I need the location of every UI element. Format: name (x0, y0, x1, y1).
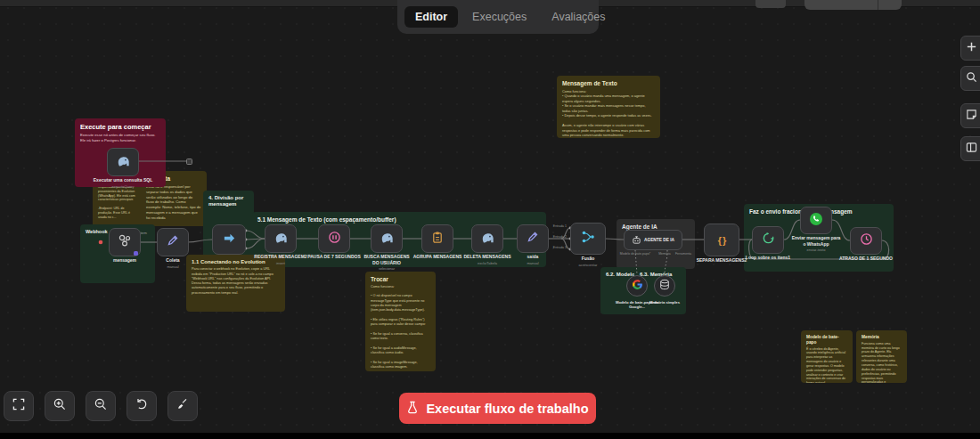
zoom-in-icon (53, 397, 67, 415)
agent-port-memory-label: Memória (655, 252, 674, 256)
pencil-icon (167, 234, 179, 250)
node-agrupa-mensagens[interactable]: AGRUPA MENSAGENS (421, 224, 453, 253)
sticky-memoria-info[interactable]: Memória Funciona como uma memória de cur… (856, 330, 907, 383)
node-pausa-7-segundos[interactable]: PAUSA DE 7 SEGUNDOS (318, 224, 350, 253)
node-saida[interactable]: saídamanual (517, 224, 549, 253)
node-switch[interactable] (212, 224, 246, 255)
bottom-strip (0, 433, 980, 439)
sticky-note-icon (966, 108, 977, 124)
switch-arrow-icon (223, 232, 236, 248)
zoom-out-icon (94, 397, 108, 415)
connection-endpoint[interactable] (186, 159, 192, 165)
panel-columns-icon (966, 141, 977, 157)
search-button[interactable] (960, 66, 980, 91)
tab-executions[interactable]: Execuções (461, 6, 537, 28)
node-atraso-1-segundo[interactable]: ATRASO DE 1 SEGUNDO (850, 227, 882, 255)
merge-icon (581, 230, 595, 248)
execute-workflow-label: Executar fluxo de trabalho (426, 402, 588, 416)
node-whatsapp-send[interactable]: Enviar mensagem para o WhatsAppenviar-te… (800, 207, 832, 234)
database-icon (659, 278, 670, 294)
sticky-modelo-info[interactable]: Modelo de bate-papo É o cérebro do Agent… (801, 330, 853, 383)
node-registra-mensagem[interactable]: REGISTRA MENSAGEM2insert (265, 224, 297, 253)
node-coleta[interactable]: Coletamanual (157, 228, 189, 256)
top-partial-button[interactable] (755, 0, 786, 8)
agent-port-model-label: Modelo de bate-papo* (616, 252, 655, 256)
sticky-mensagem-de-texto[interactable]: Mensagem de Texto Como funciona: • Quand… (557, 76, 660, 138)
agent-label: AGENTE DE IA (644, 238, 674, 242)
google-g-icon (632, 278, 643, 294)
tidy-up-button[interactable] (167, 391, 198, 421)
add-sticky-button[interactable] (960, 103, 980, 128)
loop-icon (762, 232, 775, 248)
postgres-icon (274, 231, 288, 248)
node-busca-mensagens[interactable]: BUSCA MENSAGENS DO USUÁRIOselecionar (371, 224, 403, 253)
search-icon (966, 70, 977, 86)
robot-icon (632, 235, 641, 246)
workflow-canvas[interactable]: Editor Execuções Avaliações Executar flu… (0, 0, 980, 439)
fit-view-icon (12, 397, 26, 415)
webhook-badge (134, 251, 138, 256)
plus-icon (966, 40, 977, 56)
node-loop[interactable]: Loop sobre os itens1 (752, 226, 784, 254)
top-save-split-button[interactable] (804, 0, 902, 10)
clock-icon (860, 232, 873, 249)
node-agente-de-ia[interactable]: AGENTE DE IA (624, 230, 682, 250)
tidy-up-icon (176, 397, 190, 415)
whatsapp-icon (809, 212, 823, 230)
undo-button[interactable] (127, 391, 157, 421)
tab-editor[interactable]: Editor (404, 6, 458, 28)
postgres-icon (380, 231, 394, 248)
node-fusao[interactable]: Fusãoacrescentar (570, 223, 606, 255)
zoom-out-button[interactable] (86, 391, 116, 421)
code-braces-icon: { } (718, 235, 726, 246)
tab-evaluations[interactable]: Avaliações (541, 6, 616, 28)
node-memoria-simples[interactable] (654, 275, 675, 297)
fit-view-button[interactable] (4, 391, 34, 421)
clipboard-icon (431, 231, 444, 248)
sticky-trocar[interactable]: Trocar Como funciona: • O nó disponível … (365, 272, 436, 371)
pause-icon (328, 231, 341, 248)
undo-icon (135, 397, 149, 415)
execute-workflow-button[interactable]: Executar fluxo de trabalho (399, 393, 596, 424)
webhook-icon (118, 233, 132, 251)
postgres-icon (480, 231, 494, 248)
node-deleta-mensagens[interactable]: DELETA MENSAGENSexcluiTabela (471, 224, 503, 253)
flask-icon (406, 401, 419, 417)
node-separa-mensagens[interactable]: { } SEPARA MENSAGENS2 (704, 224, 739, 256)
add-node-button[interactable] (960, 36, 980, 61)
postgres-icon (116, 154, 130, 171)
zoom-in-button[interactable] (45, 391, 75, 421)
toggle-panel-button[interactable] (960, 136, 980, 161)
node-executar-consulta-sql[interactable]: Executar uma consulta SQLexecuteQuery (107, 148, 139, 176)
pencil-icon (527, 231, 539, 247)
memory-node-label-wrap: Memória simples (644, 298, 685, 305)
editor-tabbar: Editor Execuções Avaliações (397, 0, 599, 34)
node-google-gemini-model[interactable] (626, 275, 648, 297)
